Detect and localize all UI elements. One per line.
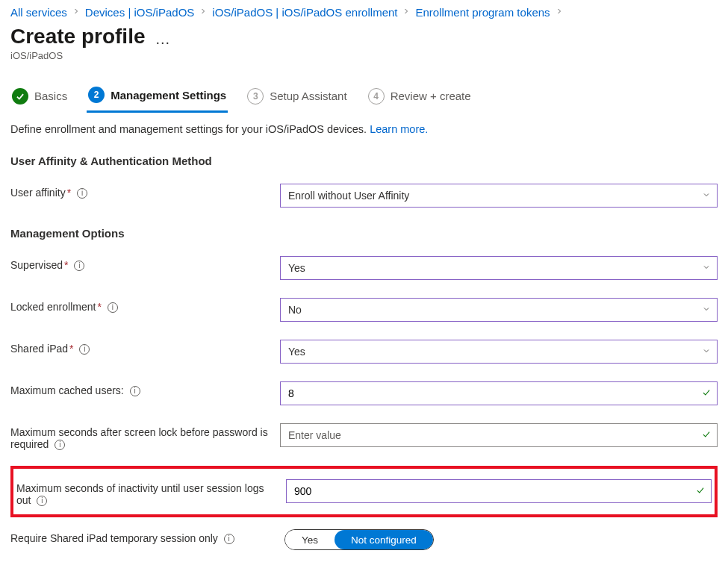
select-value: Enroll without User Affinity [288,190,409,202]
chevron-down-icon [702,262,711,274]
shared-ipad-select[interactable]: Yes [280,340,718,364]
temp-session-toggle[interactable]: Yes Not configured [284,529,434,550]
chevron-right-icon [555,7,564,18]
tab-label: Setup Assistant [270,90,346,102]
tab-basics[interactable]: Basics [10,84,69,112]
breadcrumb: All services Devices | iOS/iPadOS iOS/iP… [10,6,718,19]
tab-label: Management Settings [111,89,226,102]
check-icon [695,485,706,498]
label-user-affinity: User affinity* i [10,184,268,199]
check-icon [12,88,28,105]
info-icon[interactable]: i [37,496,47,506]
step-number-icon: 4 [368,88,385,105]
toggle-option-yes[interactable]: Yes [285,530,335,549]
chevron-down-icon [702,304,711,316]
info-icon[interactable]: i [130,386,140,396]
info-icon[interactable]: i [55,440,65,450]
learn-more-link[interactable]: Learn more. [370,123,428,135]
chevron-down-icon [702,346,711,358]
max-cached-users-input[interactable] [280,381,718,405]
chevron-right-icon [199,7,208,18]
chevron-down-icon [702,190,711,202]
chevron-right-icon [72,7,81,18]
check-icon [701,429,712,442]
highlighted-field-row: Maximum seconds of inactivity until user… [10,466,718,517]
page-subtitle: iOS/iPadOS [10,50,718,61]
intro-text: Define enrollment and management setting… [10,123,718,135]
label-max-cached-users: Maximum cached users: i [10,381,268,397]
label-shared-ipad: Shared iPad* i [10,340,268,355]
wizard-tabs: Basics 2 Management Settings 3 Setup Ass… [10,82,718,113]
label-locked-enrollment: Locked enrollment* i [10,298,268,314]
chevron-right-icon [402,7,411,18]
info-icon[interactable]: i [108,302,118,313]
section-header-mgmt: Management Options [10,227,718,240]
more-button[interactable]: ... [156,27,171,46]
toggle-option-not-configured[interactable]: Not configured [335,530,433,549]
user-affinity-select[interactable]: Enroll without User Affinity [280,184,718,208]
locked-enrollment-select[interactable]: No [280,298,718,322]
info-icon[interactable]: i [79,344,90,355]
select-value: Yes [288,346,305,358]
max-seconds-lock-input[interactable] [280,423,718,447]
select-value: No [288,304,302,316]
max-inactivity-input[interactable] [286,479,712,503]
tab-label: Basics [34,90,67,102]
label-max-seconds-lock: Maximum seconds after screen lock before… [10,423,268,451]
label-temp-session: Require Shared iPad temporary session on… [10,529,268,545]
breadcrumb-link-enrollment[interactable]: iOS/iPadOS | iOS/iPadOS enrollment [212,6,397,19]
supervised-select[interactable]: Yes [280,256,718,280]
label-supervised: Supervised* i [10,256,268,272]
check-icon [701,387,712,400]
intro-text-body: Define enrollment and management setting… [10,123,370,135]
page-title: Create profile [10,25,146,49]
tab-review-create[interactable]: 4 Review + create [367,84,473,112]
info-icon[interactable]: i [74,261,84,271]
info-icon[interactable]: i [224,534,234,544]
breadcrumb-link-devices[interactable]: Devices | iOS/iPadOS [85,6,194,19]
info-icon[interactable]: i [77,188,87,199]
step-number-icon: 3 [247,88,264,105]
tab-setup-assistant[interactable]: 3 Setup Assistant [246,84,348,112]
tab-management-settings[interactable]: 2 Management Settings [87,82,228,113]
tab-label: Review + create [391,90,471,102]
section-header-auth: User Affinity & Authentication Method [10,155,718,167]
label-max-inactivity: Maximum seconds of inactivity until user… [16,479,274,507]
breadcrumb-link-all-services[interactable]: All services [10,6,67,19]
breadcrumb-link-tokens[interactable]: Enrollment program tokens [415,6,550,19]
step-number-icon: 2 [88,87,105,103]
select-value: Yes [288,262,305,274]
